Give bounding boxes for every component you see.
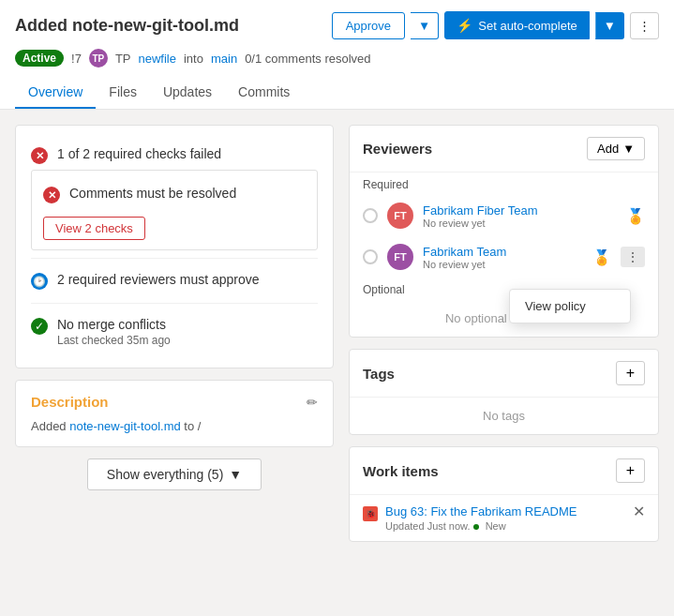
main-content: ✕ 1 of 2 required checks failed ✕ Commen… (0, 110, 674, 568)
reviewer-badge-2: 🏅 (592, 248, 611, 266)
comments-status: 0/1 comments resolved (245, 52, 370, 66)
add-reviewer-button[interactable]: Add ▼ (587, 137, 645, 160)
lightning-icon: ⚡ (457, 18, 472, 33)
merge-conflicts-info: No merge conflicts Last checked 35m ago (57, 317, 171, 347)
checks-card: ✕ 1 of 2 required checks failed ✕ Commen… (15, 125, 334, 368)
reviewer-item-1: FT Fabrikam Fiber Team No review yet 🏅 (350, 195, 658, 236)
branch-user: TP (115, 52, 131, 66)
reviewer-more-button[interactable]: ⋮ (621, 247, 645, 267)
description-title: Description (31, 394, 109, 410)
nav-tabs: Overview Files Updates Commits (15, 77, 659, 109)
remove-work-item-button[interactable]: ✕ (633, 504, 645, 519)
merge-conflicts-item: ✓ No merge conflicts Last checked 35m ag… (31, 311, 318, 353)
newfile-link[interactable]: newfile (139, 52, 176, 66)
approve-arrow-button[interactable]: ▼ (411, 12, 439, 39)
header: Added note-new-git-tool.md Approve ▼ ⚡ S… (0, 0, 674, 110)
work-item-row: 🐞 Bug 63: Fix the Fabrikam README Update… (350, 495, 658, 541)
add-tag-button[interactable]: + (616, 361, 645, 385)
tags-header: Tags + (350, 350, 658, 398)
tags-title: Tags (363, 366, 395, 382)
reviewer-status-1: No review yet (423, 218, 617, 229)
reviewer-info-2: Fabrikam Team No review yet (423, 245, 583, 270)
clock-icon: 🕑 (31, 273, 48, 290)
work-items-title: Work items (363, 463, 439, 479)
reviewer-avatar-2: FT (387, 244, 413, 270)
tab-commits[interactable]: Commits (225, 77, 303, 109)
work-item-info: Bug 63: Fix the Fabrikam README Updated … (385, 504, 577, 532)
reviewers-check-label: 2 required reviewers must approve (57, 272, 260, 287)
status-dot (473, 524, 479, 530)
autocomplete-label: Set auto-complete (478, 19, 577, 33)
into-text: into (184, 52, 203, 66)
bug-icon: 🐞 (363, 506, 378, 521)
no-tags-text: No tags (350, 398, 658, 434)
edit-icon[interactable]: ✏ (307, 395, 318, 410)
add-reviewer-label: Add (597, 142, 619, 156)
status-text: New (486, 520, 506, 532)
work-item-sub: Updated Just now. New (385, 520, 577, 532)
description-card: Description ✏ Added note-new-git-tool.md… (15, 380, 334, 447)
pr-meta: Active !7 TP TP newfile into main 0/1 co… (15, 49, 659, 68)
tab-files[interactable]: Files (96, 77, 150, 109)
comments-check-box: ✕ Comments must be resolved View 2 check… (31, 170, 318, 250)
reviewer-radio-1 (363, 208, 378, 223)
required-checks-item: ✕ 1 of 2 required checks failed (31, 141, 318, 170)
main-link[interactable]: main (211, 52, 237, 66)
reviewer-item-2: FT Fabrikam Team No review yet 🏅 ⋮ (350, 236, 658, 278)
left-panel: ✕ 1 of 2 required checks failed ✕ Commen… (15, 125, 334, 553)
work-items-card: Work items + 🐞 Bug 63: Fix the Fabrikam … (349, 446, 659, 542)
description-text: Added note-new-git-tool.md to / (31, 419, 318, 433)
status-badge: Active (15, 50, 64, 67)
error-icon: ✕ (31, 147, 48, 164)
tags-card: Tags + No tags (349, 349, 659, 435)
context-menu: View policy (509, 289, 631, 323)
tab-overview[interactable]: Overview (15, 77, 96, 109)
work-item-title[interactable]: Bug 63: Fix the Fabrikam README (385, 504, 577, 518)
approve-button[interactable]: Approve (332, 12, 405, 39)
comments-error-icon: ✕ (43, 187, 60, 203)
view-checks-button[interactable]: View 2 checks (43, 217, 145, 240)
tab-updates[interactable]: Updates (150, 77, 225, 109)
more-options-button[interactable]: ⋮ (630, 12, 659, 39)
right-panel: Reviewers Add ▼ Required FT Fabrikam Fib… (349, 125, 659, 553)
show-everything-container: Show everything (5) ▼ (15, 458, 334, 490)
reviewers-check-item: 🕑 2 required reviewers must approve (31, 266, 318, 295)
desc-before: Added (31, 419, 69, 433)
desc-after: to / (181, 419, 202, 433)
add-work-item-button[interactable]: + (616, 458, 645, 483)
avatar: TP (89, 49, 108, 68)
updated-text: Updated Just now. (385, 520, 471, 532)
header-actions: Approve ▼ ⚡ Set auto-complete ▼ ⋮ (332, 11, 659, 39)
header-top: Added note-new-git-tool.md Approve ▼ ⚡ S… (15, 11, 659, 39)
chevron-down-icon: ▼ (229, 467, 242, 482)
show-everything-button[interactable]: Show everything (5) ▼ (87, 458, 262, 490)
reviewer-info-1: Fabrikam Fiber Team No review yet (423, 203, 617, 229)
work-items-header: Work items + (350, 447, 658, 495)
show-everything-label: Show everything (5) (107, 467, 224, 482)
autocomplete-arrow-button[interactable]: ▼ (595, 12, 624, 39)
required-label: Required (350, 173, 658, 195)
reviewer-status-2: No review yet (423, 259, 583, 270)
reviewers-header: Reviewers Add ▼ (350, 126, 658, 173)
comments-check-item: ✕ Comments must be resolved (43, 180, 306, 209)
reviewers-title: Reviewers (363, 141, 432, 157)
pr-number: !7 (71, 52, 82, 66)
reviewer-name-2[interactable]: Fabrikam Team (423, 245, 583, 259)
success-icon: ✓ (31, 318, 48, 335)
reviewer-badge-1: 🏅 (626, 207, 645, 225)
view-policy-menu-item[interactable]: View policy (510, 290, 630, 323)
comments-check-label: Comments must be resolved (69, 186, 236, 201)
reviewer-name-1[interactable]: Fabrikam Fiber Team (423, 203, 617, 218)
required-checks-label: 1 of 2 required checks failed (57, 146, 221, 161)
work-item-left: 🐞 Bug 63: Fix the Fabrikam README Update… (363, 504, 577, 532)
reviewer-radio-2 (363, 249, 378, 264)
reviewer-avatar-1: FT (387, 203, 413, 229)
description-header: Description ✏ (31, 394, 318, 410)
chevron-down-icon: ▼ (622, 142, 635, 156)
pr-title: Added note-new-git-tool.md (15, 16, 239, 36)
desc-link[interactable]: note-new-git-tool.md (69, 419, 181, 433)
merge-conflicts-label: No merge conflicts (57, 317, 171, 332)
autocomplete-button[interactable]: ⚡ Set auto-complete (444, 11, 590, 39)
last-checked-text: Last checked 35m ago (57, 334, 171, 347)
